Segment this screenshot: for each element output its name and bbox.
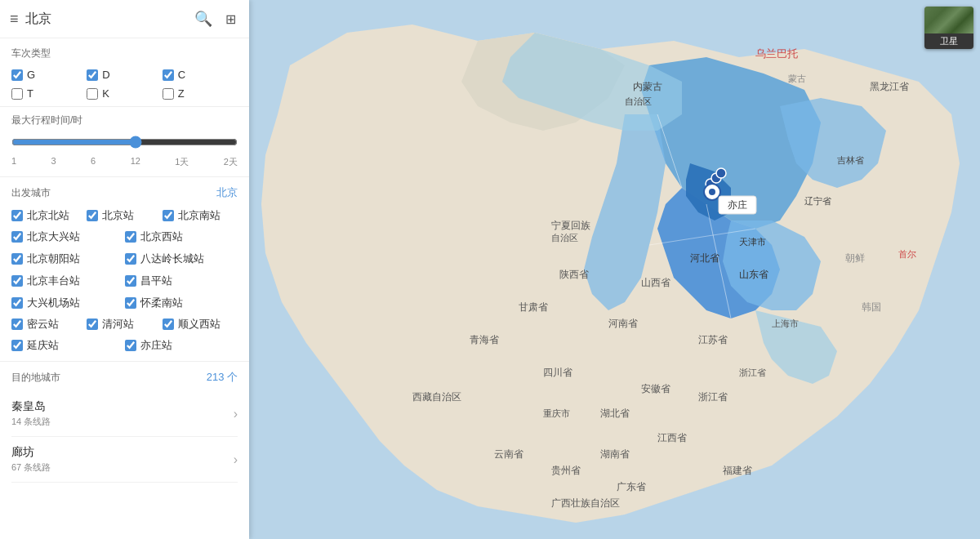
departure-city-link[interactable]: 北京 bbox=[216, 185, 238, 200]
train-type-grid: G D C T K Z bbox=[11, 67, 238, 101]
dest-qinhuangdao[interactable]: 秦皇岛 14 条线路 › bbox=[11, 391, 238, 437]
svg-text:上海市: 上海市 bbox=[772, 318, 799, 328]
checkbox-Z[interactable]: Z bbox=[163, 86, 238, 101]
svg-text:韩国: 韩国 bbox=[862, 301, 881, 313]
checkbox-G-input[interactable] bbox=[11, 69, 23, 81]
dest-qinhuangdao-count: 14 条线路 bbox=[11, 416, 234, 428]
svg-text:江苏省: 江苏省 bbox=[698, 334, 728, 345]
time-slider-section: 最大行程时间/时 1 3 6 12 1天 2天 bbox=[0, 107, 249, 177]
dest-langfang-name: 廊坊 bbox=[11, 445, 234, 460]
svg-text:重庆市: 重庆市 bbox=[543, 408, 570, 418]
checkbox-K-input[interactable] bbox=[87, 88, 98, 100]
station-yizhuang[interactable]: 亦庄站 bbox=[125, 336, 238, 354]
station-fengtai[interactable]: 北京丰台站 bbox=[11, 272, 125, 290]
svg-text:广西壮族自治区: 广西壮族自治区 bbox=[551, 497, 620, 509]
city-title: 北京 bbox=[25, 11, 185, 28]
dest-qinhuangdao-name: 秦皇岛 bbox=[11, 399, 234, 414]
grid-icon[interactable]: ⊞ bbox=[222, 10, 239, 29]
svg-point-43 bbox=[709, 189, 715, 195]
checkbox-C-label: C bbox=[178, 69, 185, 81]
svg-text:宁夏回族: 宁夏回族 bbox=[551, 220, 590, 231]
menu-icon[interactable]: ≡ bbox=[10, 11, 19, 28]
checkbox-T-input[interactable] bbox=[11, 88, 23, 100]
svg-text:黑龙江省: 黑龙江省 bbox=[870, 81, 909, 92]
svg-text:内蒙古: 内蒙古 bbox=[633, 81, 662, 92]
svg-text:自治区: 自治区 bbox=[551, 233, 578, 243]
map-svg: 黑龙江省 吉林省 辽宁省 内蒙古 自治区 河北省 天津市 山东省 山西省 陕西省… bbox=[249, 0, 980, 539]
svg-text:江西省: 江西省 bbox=[657, 432, 687, 443]
svg-text:湖南省: 湖南省 bbox=[600, 448, 630, 460]
svg-text:吉林省: 吉林省 bbox=[837, 155, 864, 165]
svg-text:蒙古: 蒙古 bbox=[788, 74, 806, 83]
departure-section: 出发城市 北京 北京北站 北京站 北京南站 北京大兴站 北京西站 北京朝阳站 bbox=[0, 177, 249, 362]
station-airport[interactable]: 大兴机场站 bbox=[11, 294, 125, 312]
svg-text:福建省: 福建省 bbox=[723, 465, 752, 476]
station-chaoyang[interactable]: 北京朝阳站 bbox=[11, 250, 125, 268]
chevron-down-icon-2: › bbox=[234, 452, 238, 467]
station-changping[interactable]: 昌平站 bbox=[125, 272, 238, 290]
map-area[interactable]: 黑龙江省 吉林省 辽宁省 内蒙古 自治区 河北省 天津市 山东省 山西省 陕西省… bbox=[249, 0, 980, 539]
svg-text:四川省: 四川省 bbox=[543, 367, 572, 378]
checkbox-T[interactable]: T bbox=[11, 86, 87, 101]
svg-text:朝鲜: 朝鲜 bbox=[845, 252, 865, 264]
svg-text:自治区: 自治区 bbox=[625, 96, 652, 106]
station-grid-2col: 北京大兴站 北京西站 北京朝阳站 八达岭长城站 北京丰台站 昌平站 大兴机场站 … bbox=[11, 228, 238, 312]
svg-text:亦庄: 亦庄 bbox=[728, 199, 747, 211]
svg-text:河南省: 河南省 bbox=[608, 318, 638, 329]
checkbox-G-label: G bbox=[27, 69, 35, 81]
station-shunyi[interactable]: 顺义西站 bbox=[163, 315, 238, 333]
satellite-label: 卫星 bbox=[924, 33, 973, 49]
station-qinghe[interactable]: 清河站 bbox=[87, 315, 162, 333]
train-type-section: 车次类型 G D C T K Z bbox=[0, 38, 249, 107]
station-yanqing[interactable]: 延庆站 bbox=[11, 336, 125, 354]
satellite-button[interactable]: 卫星 bbox=[924, 7, 973, 49]
svg-text:湖北省: 湖北省 bbox=[600, 408, 630, 419]
checkbox-T-label: T bbox=[27, 87, 33, 100]
checkbox-C[interactable]: C bbox=[163, 67, 238, 82]
dest-langfang-count: 67 条线路 bbox=[11, 461, 234, 474]
svg-text:贵州省: 贵州省 bbox=[551, 465, 581, 476]
destination-label: 目的地城市 bbox=[11, 371, 60, 385]
checkbox-Z-input[interactable] bbox=[163, 88, 174, 100]
station-grid-2col-2: 延庆站 亦庄站 bbox=[11, 336, 238, 354]
checkbox-Z-label: Z bbox=[178, 87, 185, 100]
dest-langfang[interactable]: 廊坊 67 条线路 › bbox=[11, 437, 238, 483]
station-huairou[interactable]: 怀柔南站 bbox=[125, 294, 238, 312]
sidebar-header: ≡ 北京 🔍 ⊞ bbox=[0, 0, 249, 38]
time-slider-input[interactable] bbox=[11, 136, 238, 149]
checkbox-C-input[interactable] bbox=[163, 69, 174, 81]
search-icon[interactable]: 🔍 bbox=[191, 8, 216, 29]
checkbox-D-input[interactable] bbox=[87, 69, 98, 81]
station-badaling[interactable]: 八达岭长城站 bbox=[125, 250, 238, 268]
station-beijing[interactable]: 北京站 bbox=[87, 207, 162, 225]
svg-text:天津市: 天津市 bbox=[739, 237, 766, 247]
station-xi[interactable]: 北京西站 bbox=[125, 228, 238, 246]
destination-header: 目的地城市 213 个 bbox=[11, 370, 238, 385]
svg-text:山东省: 山东省 bbox=[739, 269, 768, 280]
station-beijing-south[interactable]: 北京南站 bbox=[163, 207, 238, 225]
svg-text:云南省: 云南省 bbox=[494, 448, 523, 460]
svg-text:乌兰巴托: 乌兰巴托 bbox=[755, 47, 798, 60]
svg-text:河北省: 河北省 bbox=[690, 252, 719, 264]
svg-text:甘肃省: 甘肃省 bbox=[519, 301, 548, 313]
sidebar: ≡ 北京 🔍 ⊞ 车次类型 G D C T bbox=[0, 0, 249, 539]
svg-text:西藏自治区: 西藏自治区 bbox=[412, 391, 461, 403]
checkbox-K-label: K bbox=[102, 87, 109, 100]
station-grid-3col: 北京北站 北京站 北京南站 bbox=[11, 207, 238, 225]
svg-text:首尔: 首尔 bbox=[898, 249, 916, 259]
departure-label: 出发城市 bbox=[11, 186, 51, 200]
checkbox-K[interactable]: K bbox=[87, 86, 162, 101]
station-miyun[interactable]: 密云站 bbox=[11, 315, 87, 333]
checkbox-D-label: D bbox=[102, 69, 109, 81]
departure-header: 出发城市 北京 bbox=[11, 185, 238, 200]
station-beijing-north[interactable]: 北京北站 bbox=[11, 207, 87, 225]
station-daxing[interactable]: 北京大兴站 bbox=[11, 228, 125, 246]
svg-text:陕西省: 陕西省 bbox=[559, 269, 589, 280]
svg-point-41 bbox=[716, 168, 726, 178]
svg-text:辽宁省: 辽宁省 bbox=[804, 196, 831, 206]
slider-ticks: 1 3 6 12 1天 2天 bbox=[11, 156, 238, 168]
chevron-down-icon: › bbox=[234, 407, 238, 421]
svg-text:广东省: 广东省 bbox=[617, 481, 646, 492]
checkbox-D[interactable]: D bbox=[87, 67, 162, 82]
checkbox-G[interactable]: G bbox=[11, 67, 87, 82]
